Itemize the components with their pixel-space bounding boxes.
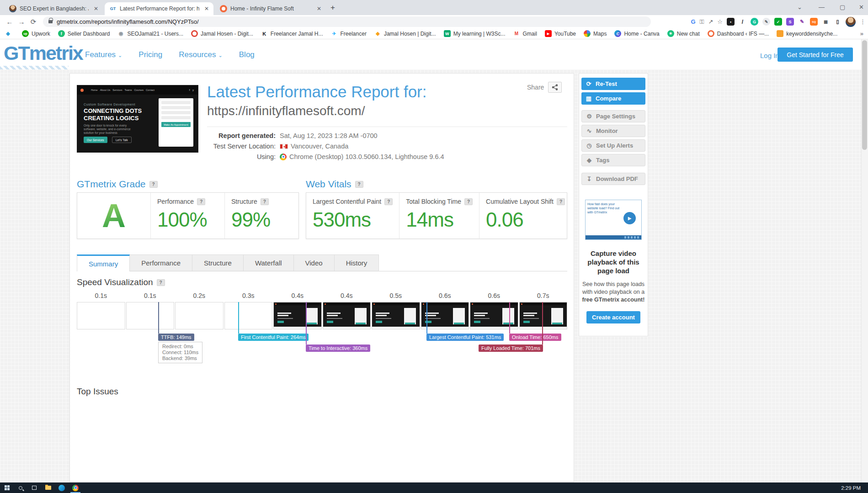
share-button[interactable] xyxy=(548,82,562,93)
help-icon[interactable]: ? xyxy=(157,279,165,286)
get-started-button[interactable]: Get Started for Free xyxy=(777,48,853,62)
download-pdf-button[interactable]: ↧Download PDF xyxy=(581,173,645,185)
new-tab-button[interactable]: + xyxy=(330,3,335,12)
puzzle-extension-icon[interactable]: ◼ xyxy=(822,18,830,26)
bookmark-item[interactable]: ◉ SEOJamal21 - Users... xyxy=(117,30,183,37)
tab-history[interactable]: History xyxy=(335,254,379,271)
browser-tab[interactable]: Home - Infinity Flame Soft ✕ xyxy=(215,2,326,15)
browser-tab[interactable]: GT Latest Performance Report for: ht ✕ xyxy=(105,2,213,15)
help-icon[interactable]: ? xyxy=(355,181,363,188)
bookmark-star-icon[interactable]: ☆ xyxy=(717,18,723,25)
monitor-button[interactable]: ∿Monitor xyxy=(581,125,645,137)
grade-letter-cell: A xyxy=(77,193,150,239)
chrome-icon[interactable] xyxy=(69,482,82,493)
check-app-icon[interactable]: ✓ xyxy=(774,18,782,26)
bookmark-item[interactable]: Dashboard ‹ IFS —... xyxy=(708,30,769,37)
tab-structure[interactable]: Structure xyxy=(192,254,244,271)
nav-item-pricing[interactable]: Pricing xyxy=(138,50,162,59)
help-icon[interactable]: ? xyxy=(557,198,565,205)
surfer-icon[interactable]: SQ xyxy=(810,18,818,26)
tab-close-icon[interactable]: ✕ xyxy=(204,5,209,12)
bookmarks-overflow-icon[interactable]: » xyxy=(860,30,863,37)
start-button[interactable] xyxy=(0,482,14,493)
bookmark-item[interactable]: up Upwork xyxy=(22,30,50,37)
bookmark-item[interactable]: ✳ New chat xyxy=(667,30,700,37)
bookmark-item[interactable]: C Home - Canva xyxy=(614,30,659,37)
reload-icon[interactable]: ⟳ xyxy=(27,18,39,26)
bookmark-label: Freelancer Jamal H... xyxy=(271,31,323,37)
forward-icon[interactable]: → xyxy=(16,18,27,26)
bookmark-item[interactable]: M Gmail xyxy=(513,30,537,37)
help-icon[interactable]: ? xyxy=(261,198,269,205)
bookmark-item[interactable]: W My learning | W3Sc... xyxy=(444,30,506,37)
play-icon[interactable]: ▶ xyxy=(623,212,636,224)
dark-app-icon[interactable]: ● xyxy=(727,18,735,26)
url-text[interactable]: gtmetrix.com/reports/infinityflamesoft.c… xyxy=(57,18,199,25)
compare-button[interactable]: ▥Compare xyxy=(581,92,645,105)
stylus-icon[interactable]: S xyxy=(786,18,794,26)
tag-icon: ◆ xyxy=(586,157,592,164)
tab-summary[interactable]: Summary xyxy=(77,254,130,271)
device-icon[interactable]: ▯ xyxy=(834,18,841,26)
gtmetrix-logo[interactable]: GTmetrix xyxy=(4,42,83,64)
share-page-icon[interactable]: ↗ xyxy=(708,18,713,25)
set-up-alerts-button[interactable]: ◷Set Up Alerts xyxy=(581,139,645,152)
nav-item-resources[interactable]: Resources⌄ xyxy=(179,50,222,59)
browser-tab[interactable]: SEO Expert in Bangladesh: Jamal ✕ xyxy=(5,2,103,15)
help-icon[interactable]: ? xyxy=(384,198,393,205)
bookmark-item[interactable]: ✈ Freelancer xyxy=(331,30,367,37)
bookmark-item[interactable]: Maps xyxy=(584,30,607,37)
filmstrip-frame xyxy=(421,302,469,329)
grammarly-icon[interactable]: G xyxy=(751,18,758,26)
tab-performance[interactable]: Performance xyxy=(130,254,192,271)
tab-close-icon[interactable]: ✕ xyxy=(94,5,98,12)
tab-search-icon[interactable]: ⌄ xyxy=(797,4,802,11)
quill-pen-icon[interactable]: ✎ xyxy=(798,18,806,26)
back-icon[interactable]: ← xyxy=(4,18,16,26)
help-icon[interactable]: ? xyxy=(464,198,473,205)
thumb-nav-item: Teams xyxy=(124,89,132,91)
video-promo-thumbnail[interactable]: How fast does your website load? Find ou… xyxy=(585,200,642,240)
file-explorer-icon[interactable] xyxy=(41,482,55,493)
bookmark-item[interactable]: Jamal Hosen - Digit... xyxy=(191,30,253,37)
create-account-button[interactable]: Create account xyxy=(586,311,640,323)
sidebar-actions: ⟳Re-Test ▥Compare ⚙Page Settings ∿Monito… xyxy=(581,78,645,187)
help-icon[interactable]: ? xyxy=(149,181,158,188)
task-view-button[interactable] xyxy=(27,482,41,493)
ink-pen-icon[interactable]: / xyxy=(739,18,746,26)
search-button[interactable] xyxy=(14,482,27,493)
bookmark-item[interactable]: ◈ xyxy=(5,30,14,37)
marker-label: TTFB: 149ms xyxy=(158,334,194,341)
tab-video[interactable]: Video xyxy=(294,254,335,271)
nav-item-features[interactable]: Features⌄ xyxy=(85,50,122,59)
frame-time-label: 0.1s xyxy=(77,292,125,302)
tab-close-icon[interactable]: ✕ xyxy=(317,5,321,12)
lock-icon[interactable] xyxy=(48,20,53,23)
scrollbar-thumb[interactable] xyxy=(862,40,867,150)
translate-icon[interactable]: G xyxy=(691,18,695,25)
nav-item-blog[interactable]: Blog xyxy=(239,50,255,59)
maximize-button[interactable]: ▢ xyxy=(840,4,845,11)
bookmark-item[interactable]: f Seller Dashboard xyxy=(58,30,110,37)
page-scrollbar[interactable] xyxy=(861,39,868,482)
taskbar-clock[interactable]: 2:29 PM xyxy=(841,485,868,491)
edge-icon[interactable] xyxy=(55,482,69,493)
bookmark-item[interactable]: ◆ Jamal Hosen | Digit... xyxy=(374,30,436,37)
bookmark-item[interactable]: K Freelancer Jamal H... xyxy=(261,30,323,37)
bookmark-item[interactable]: keyworddensityche... xyxy=(777,30,837,37)
pencil-icon[interactable]: ✎ xyxy=(762,18,770,26)
login-link[interactable]: Log In xyxy=(760,52,779,59)
password-key-icon[interactable]: ⚿ xyxy=(700,18,704,26)
profile-avatar[interactable] xyxy=(846,17,856,27)
close-button[interactable]: ✕ xyxy=(859,4,864,11)
address-bar[interactable]: gtmetrix.com/reports/infinityflamesoft.c… xyxy=(43,16,651,27)
re-test-button[interactable]: ⟳Re-Test xyxy=(581,78,645,90)
thumb-nav-item: Contact xyxy=(146,89,154,91)
minimize-button[interactable]: — xyxy=(819,4,825,11)
tab-waterfall[interactable]: Waterfall xyxy=(244,254,294,271)
browser-menu-icon[interactable]: ⋮ xyxy=(860,18,866,25)
help-icon[interactable]: ? xyxy=(197,198,205,205)
page-settings-button[interactable]: ⚙Page Settings xyxy=(581,110,645,122)
tags-button[interactable]: ◆Tags xyxy=(581,154,645,166)
bookmark-item[interactable]: ▶ YouTube xyxy=(545,30,576,37)
